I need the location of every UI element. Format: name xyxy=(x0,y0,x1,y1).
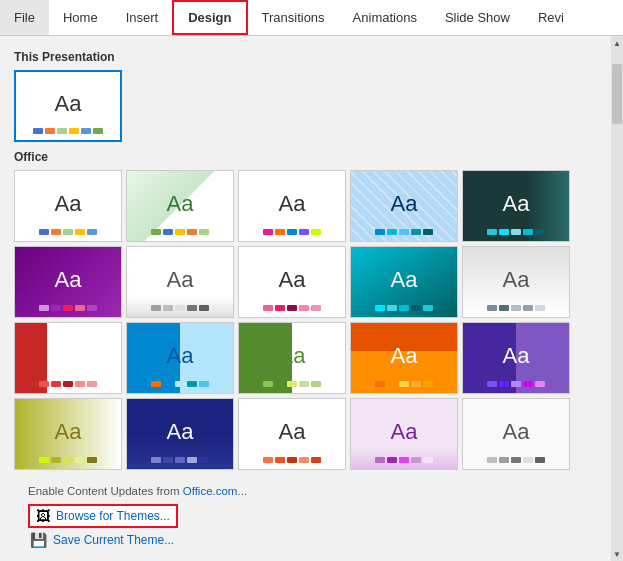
theme-item[interactable]: Aa xyxy=(238,398,346,470)
this-presentation-grid: Aa xyxy=(14,70,597,142)
this-presentation-label: This Presentation xyxy=(14,50,597,64)
theme-item[interactable]: Aa xyxy=(126,322,234,394)
main-content: This Presentation Aa Office xyxy=(0,36,623,561)
theme-item[interactable]: Aa xyxy=(14,398,122,470)
menu-file[interactable]: File xyxy=(0,0,49,35)
enable-content-text: Enable Content Updates from xyxy=(28,485,183,497)
footer-links: Enable Content Updates from Office.com..… xyxy=(14,478,597,552)
theme-item[interactable]: Aa xyxy=(350,322,458,394)
theme-item[interactable]: Aa xyxy=(238,170,346,242)
theme-item[interactable]: Aa xyxy=(238,322,346,394)
browse-themes-label[interactable]: Browse for Themes... xyxy=(56,509,170,523)
theme-item[interactable]: Aa xyxy=(462,322,570,394)
theme-item[interactable]: Aa xyxy=(462,246,570,318)
theme-item[interactable]: Aa xyxy=(462,398,570,470)
theme-item[interactable]: Aa xyxy=(126,246,234,318)
scroll-up-arrow[interactable]: ▲ xyxy=(611,36,623,50)
color-strip xyxy=(33,128,103,134)
themes-area: This Presentation Aa Office xyxy=(0,36,611,561)
save-icon: 💾 xyxy=(30,532,47,548)
themes-panel: This Presentation Aa Office xyxy=(0,36,611,561)
theme-item[interactable]: Aa xyxy=(126,170,234,242)
theme-item[interactable]: Aa xyxy=(14,170,122,242)
office-themes-grid: Aa Aa xyxy=(14,170,597,470)
theme-item[interactable]: Aa xyxy=(350,170,458,242)
scrollbar[interactable]: ▲ ▼ xyxy=(611,36,623,561)
save-theme-row[interactable]: 💾 Save Current Theme... xyxy=(28,532,583,548)
theme-label: Aa xyxy=(55,91,82,117)
office-label: Office xyxy=(14,150,597,164)
ellipsis-text: ... xyxy=(237,485,247,497)
menubar: File Home Insert Design Transitions Anim… xyxy=(0,0,623,36)
menu-insert[interactable]: Insert xyxy=(112,0,173,35)
office-link[interactable]: Office.com xyxy=(183,485,238,497)
theme-item[interactable]: Aa xyxy=(462,170,570,242)
theme-item[interactable]: Aa xyxy=(14,246,122,318)
scroll-down-arrow[interactable]: ▼ xyxy=(611,547,623,561)
browse-icon: 🖼 xyxy=(36,508,50,524)
menu-home[interactable]: Home xyxy=(49,0,112,35)
scroll-thumb[interactable] xyxy=(612,64,622,124)
menu-review[interactable]: Revi xyxy=(524,0,578,35)
theme-item[interactable]: Aa xyxy=(238,246,346,318)
save-theme-label[interactable]: Save Current Theme... xyxy=(53,533,174,547)
theme-item[interactable]: Aa xyxy=(350,398,458,470)
menu-animations[interactable]: Animations xyxy=(339,0,431,35)
menu-design[interactable]: Design xyxy=(172,0,247,35)
menu-slideshow[interactable]: Slide Show xyxy=(431,0,524,35)
browse-themes-row[interactable]: 🖼 Browse for Themes... xyxy=(28,504,178,528)
theme-item[interactable]: Aa xyxy=(126,398,234,470)
theme-item-current[interactable]: Aa xyxy=(14,70,122,142)
theme-item[interactable]: Aa xyxy=(14,322,122,394)
theme-item[interactable]: Aa xyxy=(350,246,458,318)
menu-transitions[interactable]: Transitions xyxy=(248,0,339,35)
